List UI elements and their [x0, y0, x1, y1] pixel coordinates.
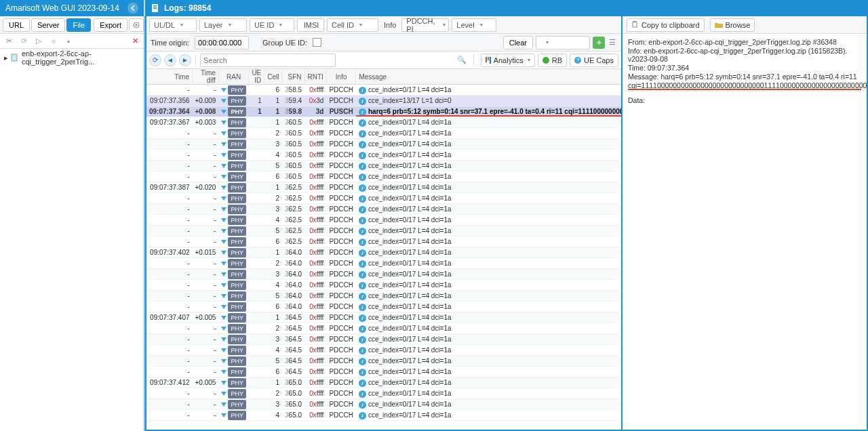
table-row[interactable]: --PHY3365.00xffffPDCCHicce_index=0/17 L=… — [146, 399, 621, 410]
detail-panel: Copy to clipboard Browse From: enb-expor… — [623, 16, 867, 430]
uecaps-button[interactable]: ? UE Caps — [570, 54, 618, 67]
col-cell[interactable]: Cell — [264, 69, 282, 85]
browse-button[interactable]: Browse — [710, 18, 755, 32]
detail-info: Info: enb-export-2-6cc-ap-cqi_trigger_2p… — [628, 47, 861, 63]
col-sfn[interactable]: SFN — [282, 69, 304, 85]
logs-title: Logs: 98854 — [164, 3, 211, 13]
table-row[interactable]: --PHY3364.00xffffPDCCHicce_index=0/17 L=… — [146, 269, 621, 280]
folder-icon — [715, 22, 723, 28]
sidebar-collapse-button[interactable] — [127, 3, 138, 14]
table-row[interactable]: --PHY3362.50xffffPDCCHicce_index=0/17 L=… — [146, 204, 621, 215]
expand-icon[interactable]: ▸ — [4, 54, 8, 62]
dot-icon[interactable]: • — [64, 37, 73, 46]
table-row[interactable]: 09:07:37.356+0.009PHY11359.40x3dPDCCHicc… — [146, 96, 621, 106]
chart-bar-icon — [486, 57, 491, 64]
table-row[interactable]: --PHY6364.50xffffPDCCHicce_index=0/17 L=… — [146, 367, 621, 377]
table-row[interactable]: --PHY6360.50xffffPDCCHicce_index=0/17 L=… — [146, 171, 621, 182]
svg-rect-2 — [153, 7, 157, 7]
col-time[interactable]: Time — [146, 69, 193, 85]
search-input[interactable] — [200, 54, 336, 67]
rb-icon — [542, 57, 549, 64]
table-row[interactable]: --PHY6358.50xffffPDCCHicce_index=0/17 L=… — [146, 85, 621, 96]
url-button[interactable]: URL — [3, 18, 30, 32]
filter-row: UL/DL▾ Layer▾ UE ID▾ IMSI Cell ID▾ Info … — [146, 16, 621, 34]
clear-button[interactable]: Clear — [503, 36, 533, 49]
cut-icon[interactable]: ✂ — [4, 37, 14, 46]
table-row[interactable]: --PHY2360.50xffffPDCCHicce_index=0/17 L=… — [146, 128, 621, 139]
layer-combo[interactable]: Layer▾ — [199, 18, 247, 32]
svg-rect-3 — [153, 8, 157, 9]
ueid-combo[interactable]: UE ID▾ — [250, 18, 294, 32]
export-button[interactable]: Export — [94, 18, 127, 32]
level-combo[interactable]: Level▾ — [452, 18, 496, 32]
logs-panel: UL/DL▾ Layer▾ UE ID▾ IMSI Cell ID▾ Info … — [146, 16, 623, 430]
export-settings-button[interactable] — [129, 18, 144, 32]
add-filter-button[interactable]: ＋ — [593, 37, 605, 49]
svg-point-5 — [135, 24, 137, 26]
table-row[interactable]: 09:07:37.412+0.005PHY1365.00xffffPDCCHic… — [146, 377, 621, 388]
group-ueid-checkbox[interactable] — [313, 38, 321, 47]
col-ueid[interactable]: UE ID — [249, 69, 264, 85]
copy-to-clipboard-button[interactable]: Copy to clipboard — [627, 18, 705, 32]
table-row[interactable]: --PHY2362.50xffffPDCCHicce_index=0/17 L=… — [146, 193, 621, 204]
time-origin-input[interactable] — [195, 36, 249, 49]
detail-message: Message: harq=6 prb=5:12 symb=0:14 snr=3… — [628, 73, 861, 81]
file-tree: ▸ enb-export-2-6cc-ap-cqi_trigger_2perTr… — [0, 49, 144, 423]
refresh-button[interactable]: ⟳ — [149, 54, 161, 66]
table-row[interactable]: --PHY4362.50xffffPDCCHicce_index=0/17 L=… — [146, 215, 621, 226]
prev-button[interactable]: ◄ — [164, 54, 176, 66]
clipboard-icon — [631, 21, 639, 28]
cellid-combo[interactable]: Cell ID▾ — [327, 18, 378, 32]
detail-time: Time: 09:07:37.364 — [628, 64, 861, 72]
table-row[interactable]: --PHY6364.00xffffPDCCHicce_index=0/17 L=… — [146, 302, 621, 312]
tree-item[interactable]: ▸ enb-export-2-6cc-ap-cqi_trigger_2perTr… — [4, 52, 140, 64]
uldl-combo[interactable]: UL/DL▾ — [149, 18, 197, 32]
sidebar-scrollbar[interactable] — [0, 423, 144, 431]
table-row[interactable]: 09:07:37.387+0.020PHY1362.50xffffPDCCHic… — [146, 182, 621, 193]
info-combo[interactable]: PDCCH, PI▾ — [401, 18, 449, 32]
table-row[interactable]: --PHY4360.50xffffPDCCHicce_index=0/17 L=… — [146, 150, 621, 161]
table-row[interactable]: --PHY3360.50xffffPDCCHicce_index=0/17 L=… — [146, 139, 621, 150]
table-row[interactable]: --PHY4364.50xffffPDCCHicce_index=0/17 L=… — [146, 345, 621, 356]
clear-combo[interactable]: ▾ — [536, 36, 590, 49]
file-button[interactable]: File — [66, 18, 91, 32]
col-ran[interactable]: RAN — [218, 69, 249, 85]
col-rnti[interactable]: RNTI — [304, 69, 326, 85]
close-icon[interactable]: ✕ — [130, 37, 140, 46]
rb-button[interactable]: RB — [538, 54, 567, 67]
table-row[interactable]: 09:07:37.402+0.015PHY1364.00xffffPDCCHic… — [146, 247, 621, 258]
svg-rect-7 — [633, 22, 637, 27]
table-row[interactable]: --PHY4365.00xffffPDCCHicce_index=0/17 L=… — [146, 410, 621, 421]
binoculars-icon[interactable]: 🔍 — [457, 56, 467, 64]
table-row[interactable]: --PHY4364.00xffffPDCCHicce_index=0/17 L=… — [146, 280, 621, 291]
table-row[interactable]: --PHY6362.50xffffPDCCHicce_index=0/17 L=… — [146, 237, 621, 247]
table-row[interactable]: 09:07:37.367+0.003PHY1360.50xffffPDCCHic… — [146, 117, 621, 128]
tree-item-label: enb-export-2-6cc-ap-cqi_trigger_2perTrig… — [22, 49, 140, 66]
table-row[interactable]: --PHY5364.00xffffPDCCHicce_index=0/17 L=… — [146, 291, 621, 302]
analytics-button[interactable]: Analytics — [481, 54, 535, 67]
table-row[interactable]: --PHY3364.50xffffPDCCHicce_index=0/17 L=… — [146, 334, 621, 345]
table-row[interactable]: --PHY2364.50xffffPDCCHicce_index=0/17 L=… — [146, 323, 621, 334]
detail-data: Data: — [628, 96, 861, 104]
circle-icon[interactable]: ○ — [49, 37, 58, 46]
table-row[interactable]: --PHY5360.50xffffPDCCHicce_index=0/17 L=… — [146, 161, 621, 171]
col-msg[interactable]: Message — [356, 69, 621, 85]
sidebar-toolbar: URL Server File Export — [0, 16, 144, 34]
detail-cqi: cqi=111100000000000000000000000000011110… — [628, 81, 861, 89]
table-row[interactable]: --PHY2365.00xffffPDCCHicce_index=0/17 L=… — [146, 388, 621, 399]
table-row[interactable]: 09:07:37.364+0.008PHY11359.83dPUSCHiharq… — [146, 106, 621, 117]
next-button[interactable]: ► — [179, 54, 191, 66]
imsi-button[interactable]: IMSI — [297, 18, 324, 32]
play-icon[interactable]: ▷ — [34, 37, 43, 46]
column-menu-icon[interactable]: ☰ — [608, 38, 617, 47]
table-row[interactable]: --PHY2364.00xffffPDCCHicce_index=0/17 L=… — [146, 258, 621, 269]
refresh-icon[interactable]: ⟳ — [19, 37, 28, 46]
col-tdiff[interactable]: Time diff — [193, 69, 219, 85]
col-info[interactable]: Info — [326, 69, 356, 85]
server-button[interactable]: Server — [31, 18, 65, 32]
table-row[interactable]: --PHY5362.50xffffPDCCHicce_index=0/17 L=… — [146, 226, 621, 237]
log-grid[interactable]: Time Time diff RAN UE ID Cell SFN RNTI I… — [146, 69, 621, 430]
help-icon: ? — [574, 57, 581, 64]
table-row[interactable]: --PHY5364.50xffffPDCCHicce_index=0/17 L=… — [146, 356, 621, 367]
table-row[interactable]: 09:07:37.407+0.005PHY1364.50xffffPDCCHic… — [146, 312, 621, 323]
